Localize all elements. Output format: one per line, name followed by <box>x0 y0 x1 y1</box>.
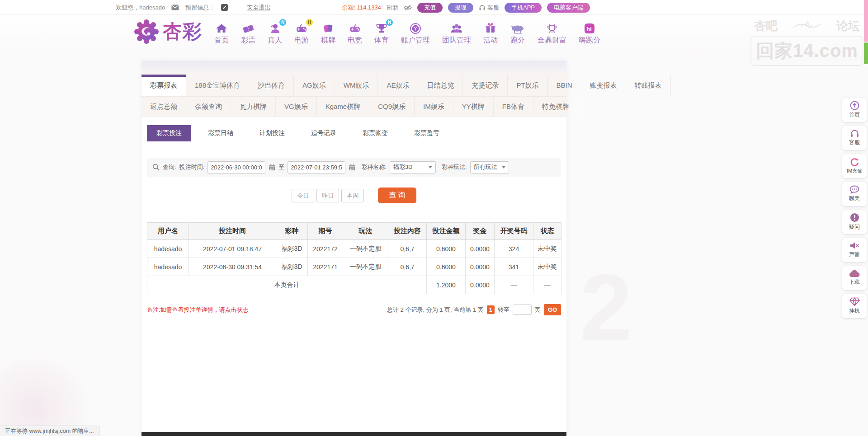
nav-item-egames[interactable]: H 电游 <box>294 22 309 47</box>
time-from-input[interactable] <box>208 161 265 173</box>
refresh-link[interactable]: 刷新 <box>387 4 398 12</box>
lottery-subnav: 彩票投注 彩票日结 计划投注 追号记录 彩票账变 彩票盈亏 <box>147 125 566 141</box>
background-floral-watermark <box>0 350 93 436</box>
subtab-lottery-profit-loss[interactable]: 彩票盈亏 <box>405 125 449 141</box>
nav-item-home[interactable]: 首页 <box>214 22 229 47</box>
mail-icon[interactable] <box>171 5 179 10</box>
tab-pt[interactable]: PT娱乐 <box>508 75 547 96</box>
tab-balance-query[interactable]: 余额查询 <box>186 97 231 117</box>
tab-account-change-report[interactable]: 账变报表 <box>581 75 626 96</box>
tab-transfer-report[interactable]: 转账报表 <box>626 75 671 96</box>
tab-temian-games[interactable]: 特免棋牌 <box>533 97 578 117</box>
exclamation-icon <box>850 213 859 222</box>
edit-icon[interactable] <box>221 4 228 11</box>
welcome-text: 欢迎您，hadesado <box>116 4 165 12</box>
site-header: 杏彩 首页 彩票 N 真人 H 电游 棋牌 <box>0 15 868 61</box>
headset-icon <box>850 129 859 138</box>
sidebar-item-chat[interactable]: 聊天 <box>842 182 867 206</box>
sidebar-item-home[interactable]: 首页 <box>842 98 867 122</box>
page-scrollbar-thumb[interactable] <box>864 42 868 64</box>
tab-bbin[interactable]: BBIN <box>548 75 581 96</box>
tab-kgame[interactable]: Kgame棋牌 <box>317 97 370 117</box>
tab-cq9[interactable]: CQ9娱乐 <box>369 97 415 117</box>
nav-item-lottery[interactable]: 彩票 <box>241 22 255 47</box>
pc-client-button[interactable]: 电脑客户端 <box>547 3 590 13</box>
this-week-button[interactable]: 本周 <box>341 189 364 202</box>
nav-item-hipaofen[interactable]: hi 嗨跑分 <box>579 22 600 47</box>
sidebar-item-sound[interactable]: 声音 <box>842 238 867 262</box>
person-icon <box>269 22 281 35</box>
nav-item-live[interactable]: N 真人 <box>268 22 282 47</box>
goto-page-input[interactable] <box>513 305 532 315</box>
customer-service-link[interactable]: 客服 <box>479 4 499 12</box>
nav-item-sports[interactable]: N 体育 <box>374 22 389 47</box>
page-scrollbar-track[interactable] <box>864 0 868 42</box>
quick-buttons-row: 今日 昨日 本周 查 询 <box>142 188 566 203</box>
subtab-lottery-account-change[interactable]: 彩票账变 <box>353 125 397 141</box>
nav-item-account[interactable]: 账户管理 <box>401 22 430 47</box>
tab-wm[interactable]: WM娱乐 <box>335 75 378 96</box>
tab-wali-games[interactable]: 瓦力棋牌 <box>231 97 276 117</box>
go-button[interactable]: GO <box>544 304 561 315</box>
play-type-select[interactable]: 所有玩法 <box>470 161 509 173</box>
mobile-app-button[interactable]: 手机APP <box>505 3 542 13</box>
logout-link[interactable]: 安全退出 <box>247 4 270 12</box>
chevron-down-icon <box>502 166 505 169</box>
sidebar-item-question[interactable]: 疑问 <box>842 210 867 234</box>
nav-item-boardgames[interactable]: 棋牌 <box>321 22 335 47</box>
trophy-icon <box>375 22 388 35</box>
tab-im[interactable]: IM娱乐 <box>415 97 453 117</box>
today-button[interactable]: 今日 <box>292 189 314 202</box>
new-badge: N <box>279 19 286 26</box>
tab-rebate-total[interactable]: 返点总额 <box>142 97 186 117</box>
nav-item-jinding[interactable]: 金鼎财富 <box>538 22 566 47</box>
subtab-lottery-daily[interactable]: 彩票日结 <box>198 125 243 141</box>
current-page-button[interactable]: 1 <box>487 305 495 314</box>
tab-daily-overview[interactable]: 日结总览 <box>418 75 463 96</box>
sidebar-item-im-recharge[interactable]: IM充值 <box>842 154 867 178</box>
tab-vg[interactable]: VG娱乐 <box>276 97 317 117</box>
sidebar-item-hangup[interactable]: 挂机 <box>842 294 867 318</box>
nav-item-paofen[interactable]: 跑分 <box>510 22 525 47</box>
cell-bet-amount: 0.6000 <box>427 258 466 276</box>
tab-deposit-withdraw-records[interactable]: 充提记录 <box>463 75 508 96</box>
sidebar-item-service[interactable]: 客服 <box>842 126 867 150</box>
team-icon <box>450 22 463 35</box>
lottery-select[interactable]: 福彩3D <box>390 161 436 173</box>
yesterday-button[interactable]: 昨日 <box>316 189 339 202</box>
tab-188-sport[interactable]: 188金宝博体育 <box>186 75 249 96</box>
jump-to-label: 转至 <box>498 306 509 314</box>
subtab-plan-bets[interactable]: 计划投注 <box>250 125 294 141</box>
coin-icon <box>409 22 422 35</box>
calendar-icon[interactable] <box>349 164 355 171</box>
query-button[interactable]: 查 询 <box>378 188 416 203</box>
tab-saba-sport[interactable]: 沙巴体育 <box>249 75 294 96</box>
chevron-down-icon <box>429 166 432 169</box>
nav-item-esports[interactable]: 电竞 <box>348 22 362 47</box>
gamepad-icon <box>295 22 308 35</box>
cell-status[interactable]: 未中奖 <box>533 240 561 258</box>
main-nav: 首页 彩票 N 真人 H 电游 棋牌 电竞 <box>214 22 600 47</box>
tab-lottery-report[interactable]: 彩票报表 <box>142 75 186 96</box>
to-label: 至 <box>278 163 284 171</box>
tab-ag[interactable]: AG娱乐 <box>294 75 335 96</box>
subtab-lottery-bets[interactable]: 彩票投注 <box>147 125 191 141</box>
search-label: 查询: <box>163 163 176 171</box>
cell-status[interactable]: 未中奖 <box>533 258 561 276</box>
tab-yy[interactable]: YY棋牌 <box>453 97 494 117</box>
sidebar-item-download[interactable]: 下载 <box>842 266 867 290</box>
subtab-chase-records[interactable]: 追号记录 <box>302 125 346 141</box>
brand-logo[interactable]: 杏彩 <box>134 19 203 44</box>
tab-fb-sport[interactable]: FB体育 <box>494 97 533 117</box>
gift-icon <box>484 22 497 35</box>
calendar-icon[interactable] <box>269 164 275 171</box>
time-to-input[interactable] <box>288 161 345 173</box>
nav-item-promotions[interactable]: 活动 <box>483 22 498 47</box>
tab-ae[interactable]: AE娱乐 <box>378 75 418 96</box>
flourish-icon <box>793 20 821 32</box>
tripod-icon <box>546 22 558 35</box>
eye-off-icon[interactable] <box>404 5 412 11</box>
withdraw-button[interactable]: 提现 <box>448 3 473 13</box>
nav-item-team[interactable]: 团队管理 <box>442 22 471 47</box>
recharge-button[interactable]: 充值 <box>417 3 443 13</box>
